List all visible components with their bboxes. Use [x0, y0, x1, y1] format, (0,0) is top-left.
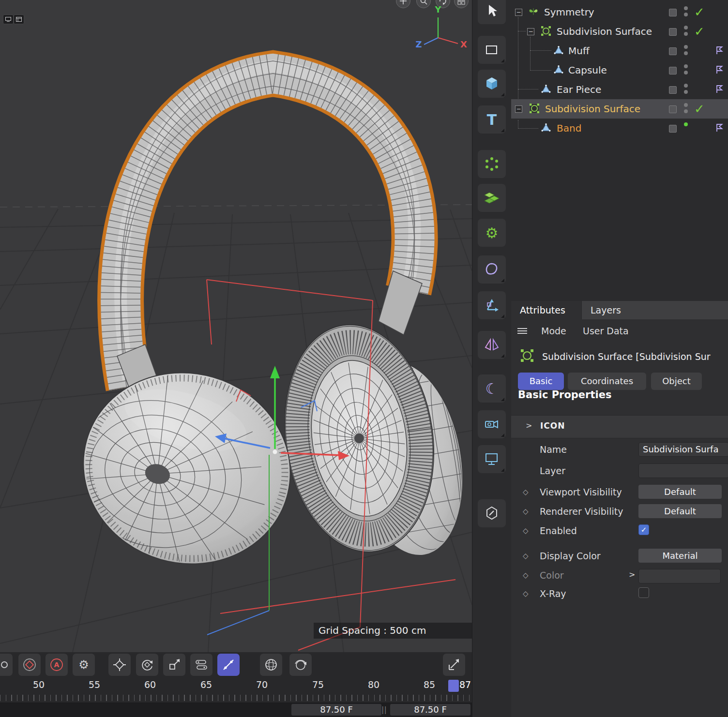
viewport-visibility-dropdown[interactable]: Default [638, 485, 722, 499]
tab-layers[interactable]: Layers [581, 301, 728, 319]
layer-field[interactable] [638, 463, 728, 478]
hamburger-menu-icon[interactable] [517, 328, 527, 335]
camera-button[interactable] [478, 410, 506, 438]
ruler-tick-label[interactable]: 75 [307, 679, 329, 690]
record-position-button[interactable] [108, 654, 131, 676]
timeline-frame-button[interactable] [443, 654, 465, 676]
visibility-dots[interactable] [683, 26, 688, 37]
tree-item-ear-piece[interactable]: Ear Piece [511, 80, 728, 99]
visibility-dots[interactable] [683, 64, 688, 76]
range-grip[interactable]: || [381, 704, 387, 716]
film-icon[interactable] [14, 15, 24, 24]
layer-square[interactable] [669, 9, 677, 16]
text-tool-button[interactable]: T [478, 105, 506, 134]
playback-sphere-button[interactable] [260, 654, 282, 676]
visibility-dots[interactable] [683, 103, 688, 115]
collapse-icon[interactable]: − [515, 105, 522, 113]
visibility-dots[interactable] [683, 45, 688, 57]
color-swatch-field[interactable] [638, 569, 721, 583]
layer-square[interactable] [669, 28, 677, 36]
partial-tool-button[interactable] [0, 654, 13, 676]
tree-item-subdivision-surface-selected[interactable]: − Subdivision Surface ✓ [511, 99, 728, 119]
live-selection-tool-button[interactable] [478, 0, 506, 24]
spline-pen-button[interactable] [478, 255, 506, 284]
autokey-button[interactable]: A [46, 654, 68, 676]
phong-tag-icon[interactable] [715, 46, 723, 55]
chevron-right-icon[interactable]: > [629, 570, 635, 579]
visibility-dots[interactable] [683, 6, 688, 18]
enabled-check-icon[interactable]: ✓ [694, 5, 705, 19]
tab-basic[interactable]: Basic [518, 373, 564, 390]
visibility-dots[interactable] [683, 84, 688, 95]
ruler-tick-label[interactable]: 80 [363, 679, 384, 690]
layer-square[interactable] [669, 105, 677, 113]
viewport-3d[interactable]: Y Z X Grid Spacing : 500 cm [0, 0, 472, 652]
record-keyframe-button[interactable] [18, 654, 41, 676]
record-rotation-button[interactable] [136, 654, 158, 676]
layer-square[interactable] [669, 125, 677, 133]
tree-item-band[interactable]: Band [511, 119, 728, 138]
tree-item-subdivision-surface[interactable]: − Subdivision Surface ✓ [511, 22, 728, 41]
ruler-tick-label[interactable]: 60 [139, 679, 161, 690]
frame-end-field[interactable]: 87.50 F [390, 704, 470, 716]
record-parameter-button[interactable] [190, 654, 212, 676]
diamond-icon: ◇ [523, 552, 529, 560]
frame-start-field[interactable]: 87.50 F [291, 704, 381, 716]
monitor-icon[interactable] [3, 15, 14, 24]
ruler-tick-label[interactable]: 55 [84, 679, 105, 690]
model-mode-button[interactable] [478, 184, 506, 212]
ruler-tick-label[interactable]: 50 [28, 679, 49, 690]
keying-settings-button[interactable]: ⚙ [73, 654, 95, 676]
basic-properties-heading: Basic Properties [518, 389, 611, 401]
icon-section-header[interactable]: > ICON [511, 415, 728, 438]
rotate-sphere-button[interactable] [289, 654, 312, 676]
layer-square[interactable] [669, 47, 677, 55]
tab-object[interactable]: Object [651, 373, 702, 390]
renderer-visibility-label: Renderer Visibility [540, 506, 623, 517]
tab-attributes[interactable]: Attributes [511, 301, 581, 319]
scale-record-icon [167, 658, 181, 672]
mode-toolbar: T ⚙ [472, 0, 512, 717]
display-button[interactable] [478, 445, 506, 473]
timeline-ruler[interactable] [0, 695, 472, 701]
layer-square[interactable] [669, 86, 677, 94]
rectangle-select-tool-button[interactable] [478, 36, 506, 64]
shading-button[interactable]: ☾ [478, 374, 506, 403]
phong-tag-icon[interactable] [715, 85, 723, 93]
layer-square[interactable] [669, 67, 677, 75]
enabled-checkbox[interactable]: ✓ [638, 524, 649, 535]
record-scale-button[interactable] [163, 654, 185, 676]
xray-checkbox[interactable] [638, 587, 649, 598]
current-frame-label[interactable]: 87 [455, 679, 476, 690]
object-title: Subdivision Surface [Subdivision Sur [542, 351, 728, 362]
visibility-dots[interactable] [683, 122, 688, 134]
modifiers-button[interactable]: ⚙ [478, 219, 506, 247]
points-mode-button[interactable] [478, 150, 506, 178]
workplane-button[interactable] [478, 291, 506, 319]
mirror-tool-button[interactable] [478, 331, 506, 359]
ruler-tick-label[interactable]: 65 [196, 679, 217, 690]
display-color-dropdown[interactable]: Material [638, 549, 722, 563]
menu-user-data[interactable]: User Data [583, 320, 629, 342]
name-field[interactable]: Subdivision Surfa [638, 442, 728, 457]
renderer-visibility-dropdown[interactable]: Default [638, 504, 722, 518]
edit-mode-button[interactable] [478, 499, 506, 527]
autokey-icon: A [49, 657, 64, 672]
tree-item-symmetry[interactable]: − Symmetry ✓ [511, 2, 728, 22]
object-manager: − Symmetry ✓ − Subdivision Surface ✓ [511, 0, 728, 301]
enabled-check-icon[interactable]: ✓ [694, 102, 705, 116]
point-level-animation-toggle[interactable] [217, 654, 240, 676]
symmetry-icon [529, 7, 538, 16]
menu-mode[interactable]: Mode [541, 320, 566, 342]
tree-item-capsule[interactable]: Capsule [511, 60, 728, 80]
add-cube-button[interactable] [478, 70, 506, 98]
tree-item-muff[interactable]: Muff [511, 41, 728, 60]
collapse-icon[interactable]: − [527, 28, 534, 35]
ruler-tick-label[interactable]: 85 [419, 679, 440, 690]
collapse-icon[interactable]: − [515, 9, 522, 16]
tab-coordinates[interactable]: Coordinates [568, 373, 646, 390]
phong-tag-icon[interactable] [715, 65, 723, 74]
phong-tag-icon[interactable] [715, 123, 723, 132]
ruler-tick-label[interactable]: 70 [251, 679, 273, 690]
enabled-check-icon[interactable]: ✓ [694, 24, 705, 39]
